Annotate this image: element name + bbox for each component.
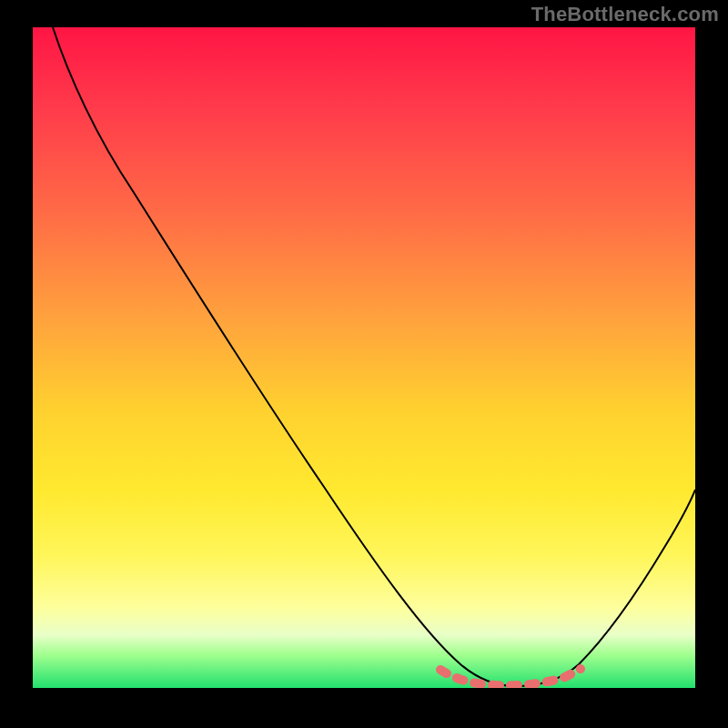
chart-frame: TheBottleneck.com	[0, 0, 728, 728]
bottleneck-curve	[53, 27, 695, 686]
plot-gradient-background	[33, 27, 695, 688]
chart-svg	[33, 27, 695, 688]
watermark-text: TheBottleneck.com	[531, 3, 719, 26]
valley-highlight	[440, 669, 581, 685]
